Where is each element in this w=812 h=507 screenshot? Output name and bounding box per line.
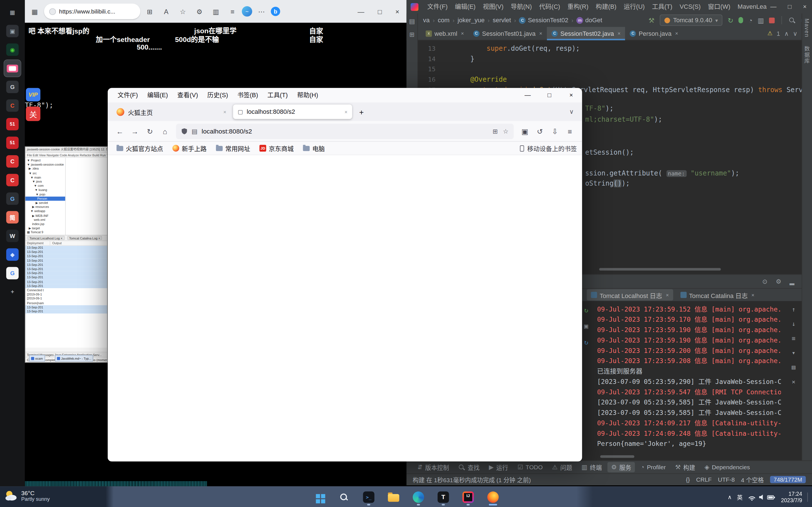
- idea-menu-6[interactable]: 构建(B): [592, 0, 620, 13]
- console-action-icon-3[interactable]: ▾: [792, 348, 795, 358]
- editor-tab-Person.java[interactable]: CPerson.java×: [625, 27, 683, 40]
- idea-menu-5[interactable]: 重构(R): [564, 0, 592, 13]
- editor-tab-web.xml[interactable]: xweb.xml×: [421, 27, 469, 40]
- mobile-bookmarks-button[interactable]: 移动设备上的书签: [520, 144, 577, 153]
- firefox-menu-1[interactable]: 编辑(E): [143, 88, 173, 102]
- bookmark-3[interactable]: 常用网址: [212, 143, 254, 154]
- tab-grid-icon[interactable]: ▦: [30, 8, 40, 15]
- idea-menu-1[interactable]: 编辑(E): [451, 0, 479, 13]
- toolwindow-button-问题[interactable]: ⚠问题: [548, 462, 576, 472]
- edge-vertical-tab-tab-c-red-b[interactable]: C: [4, 172, 21, 188]
- edge-address-bar[interactable]: https://www.bilibili.c...: [44, 4, 140, 19]
- nav-action-icon-1[interactable]: ↺: [533, 127, 547, 135]
- idea-menu-9[interactable]: VCS(S): [676, 0, 704, 13]
- edge-vertical-tab-tab-g-blue[interactable]: G: [4, 190, 21, 207]
- nav-action-icon-2[interactable]: ⇩: [548, 127, 562, 135]
- tab-close-icon[interactable]: ×: [223, 109, 226, 115]
- idea-menu-10[interactable]: 窗口(W): [704, 0, 734, 13]
- console-action-icon-0[interactable]: ↑: [792, 304, 795, 315]
- edge-toolbar-icon-5[interactable]: ≡: [228, 8, 237, 15]
- firefox-menu-4[interactable]: 书签(B): [233, 88, 263, 102]
- bookmark-4[interactable]: JD京东商城: [256, 143, 297, 154]
- tab-close-icon[interactable]: ×: [675, 31, 678, 36]
- status-item-1[interactable]: UTF-8: [718, 476, 735, 483]
- idea-menu-8[interactable]: 工具(T): [649, 0, 676, 13]
- taskbar-app-idea[interactable]: [458, 489, 478, 506]
- console-tab-Tomcat Localhost 日志[interactable]: Tomcat Localhost 日志×: [587, 289, 673, 300]
- idea-menu-4[interactable]: 代码(C): [536, 0, 564, 13]
- nav-action-icon-0[interactable]: ▣: [518, 127, 532, 135]
- idea-menu-11[interactable]: MavenLea: [734, 0, 770, 13]
- bookmark-5[interactable]: 电脑: [299, 143, 328, 154]
- taskbar-app-typora[interactable]: T: [433, 489, 453, 506]
- forward-icon[interactable]: →: [128, 127, 142, 135]
- address-bar[interactable]: ▤ localhost:8080/s2 ⊞☆: [176, 123, 514, 139]
- toolwindow-button-版本控制[interactable]: ⇵版本控制: [414, 462, 453, 472]
- taskbar-app-start[interactable]: [309, 489, 329, 506]
- edge-vertical-tab-new-tab[interactable]: +: [4, 284, 21, 300]
- toolwindow-button-终端[interactable]: ▥终端: [578, 462, 605, 472]
- bing-icon[interactable]: b: [271, 7, 280, 16]
- edge-vertical-tab-tab-bilibili[interactable]: [4, 60, 21, 76]
- firefox-menu-3[interactable]: 历史(S): [203, 88, 233, 102]
- breadcrumb-item-doGet[interactable]: mdoGet: [575, 17, 603, 24]
- back-icon[interactable]: ←: [113, 127, 127, 135]
- taskbar-clock[interactable]: 17:24 2023/7/9: [781, 490, 802, 504]
- qr-icon[interactable]: ⊞: [493, 128, 498, 135]
- console-action-icon-5[interactable]: ×: [792, 377, 795, 387]
- maximize-button[interactable]: □: [539, 88, 560, 102]
- edge-vertical-tab-tab-w[interactable]: W: [4, 228, 21, 244]
- console-action-icon-4[interactable]: ▤: [792, 362, 795, 373]
- breadcrumb-item-joker_yue[interactable]: joker_yue: [456, 17, 486, 24]
- show-desktop-button[interactable]: [807, 493, 809, 502]
- console-tab-Tomcat Catalina 日志[interactable]: Tomcat Catalina 日志×: [676, 289, 758, 300]
- search-everywhere-icon[interactable]: [789, 17, 796, 24]
- toolwindow-button-Profiler[interactable]: ◔Profiler: [637, 462, 669, 472]
- code-style-icon[interactable]: {}: [686, 476, 690, 483]
- close-button[interactable]: ×: [560, 88, 582, 102]
- minimize-button[interactable]: —: [770, 3, 776, 10]
- edge-toolbar-icon-1[interactable]: A: [161, 8, 171, 15]
- tray-chevron-icon[interactable]: ∧: [728, 494, 732, 501]
- toolwindow-header-icon-0[interactable]: ⊙: [762, 278, 767, 285]
- close-button[interactable]: ×: [803, 3, 807, 10]
- status-item-2[interactable]: 4 个空格: [741, 475, 764, 484]
- inspection-icon-0[interactable]: ∧: [784, 30, 789, 37]
- taskbar-app-terminal[interactable]: >_: [358, 489, 379, 506]
- stop-icon[interactable]: [769, 17, 775, 23]
- minimize-button[interactable]: —: [517, 88, 539, 102]
- taskbar-app-search[interactable]: [334, 489, 354, 506]
- toolwindow-tab-Maven[interactable]: Maven: [804, 18, 810, 38]
- tab-close-icon[interactable]: ×: [461, 31, 464, 36]
- url-text[interactable]: localhost:8080/s2: [202, 128, 488, 135]
- left-stripe-icon-0[interactable]: ▤: [409, 17, 415, 25]
- inspection-icon-1[interactable]: ∨: [793, 30, 797, 37]
- new-tab-button[interactable]: +: [354, 107, 368, 116]
- edge-vertical-tab-tab-blue[interactable]: ◆: [4, 246, 21, 263]
- rerun-icon[interactable]: ↻: [584, 305, 588, 316]
- tab-close-icon[interactable]: ×: [666, 292, 669, 298]
- tab-close-icon[interactable]: ×: [751, 292, 755, 298]
- edge-vertical-tab-tab-51b[interactable]: 51: [4, 135, 21, 151]
- nav-action-icon-3[interactable]: ≡: [563, 127, 577, 135]
- edge-vertical-tab-tab-google[interactable]: G: [4, 265, 21, 281]
- editor-tab-SessionTest02.java[interactable]: CSessionTest02.java×: [547, 27, 625, 40]
- edge-vertical-tab-tab-green[interactable]: ◉: [4, 41, 21, 58]
- minimize-button[interactable]: —: [357, 8, 364, 15]
- editor-hscrollbar[interactable]: [599, 268, 721, 270]
- browser-tab-1[interactable]: 火狐主页×: [112, 105, 231, 119]
- edge-toolbar-icon-2[interactable]: ☆: [178, 8, 188, 15]
- toolwindow-header-icon-2[interactable]: ▂: [790, 278, 795, 285]
- home-icon[interactable]: ⌂: [158, 127, 172, 135]
- dolphin-extension-icon[interactable]: ~: [242, 6, 252, 17]
- toolwindow-button-Dependencies[interactable]: ◈Dependencies: [701, 462, 754, 472]
- ime-indicator[interactable]: 英: [737, 493, 743, 501]
- reload-icon[interactable]: ↻: [143, 127, 157, 135]
- edge-toolbar-icon-0[interactable]: ⊞: [145, 8, 154, 15]
- breadcrumb-item-servlet[interactable]: servlet: [492, 17, 512, 24]
- tab-close-icon[interactable]: ×: [539, 31, 542, 36]
- taskbar-weather-widget[interactable]: 36°C Partly sunny: [4, 489, 50, 503]
- editor-tab-SessionTest01.java[interactable]: CSessionTest01.java×: [469, 27, 547, 40]
- toolwindow-button-构建[interactable]: ⚒构建: [672, 462, 699, 472]
- taskbar-app-edge[interactable]: [408, 489, 428, 506]
